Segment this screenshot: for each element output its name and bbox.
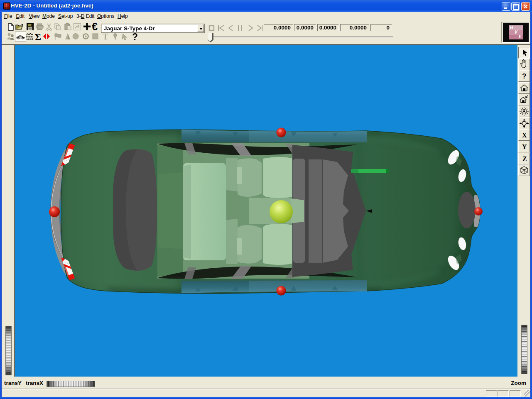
svg-text:X: X <box>522 132 527 139</box>
svg-text:€: € <box>92 21 98 32</box>
svg-text:Z: Z <box>522 155 527 162</box>
svg-text:?: ? <box>132 32 138 42</box>
svg-text:Y: Y <box>522 143 527 150</box>
svg-text:T: T <box>103 32 108 41</box>
svg-text:?: ? <box>522 72 526 80</box>
svg-text:Σ: Σ <box>35 32 41 42</box>
